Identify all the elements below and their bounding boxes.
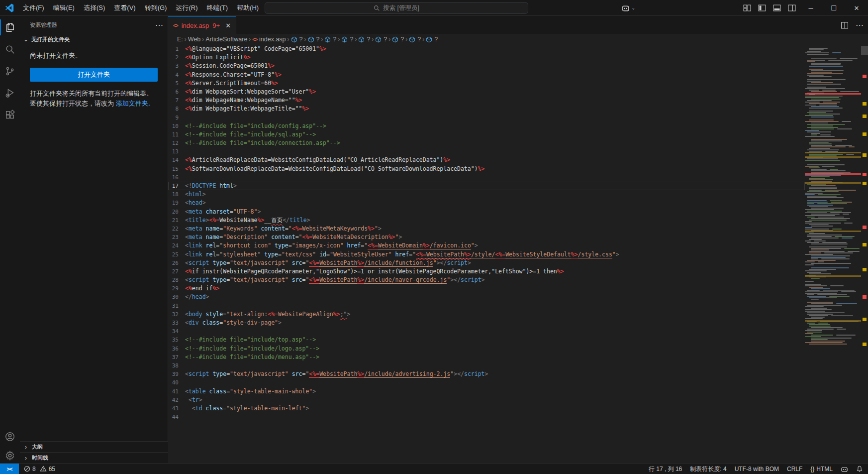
copilot-status-icon[interactable] (841, 466, 848, 473)
breadcrumb-item-2[interactable]: ArticleSoftware (205, 36, 247, 43)
breadcrumb-item-8[interactable]: ? (358, 36, 370, 43)
menu-item-1[interactable]: 编辑(E) (49, 2, 79, 13)
ruler-mark (863, 318, 867, 321)
minimap-line (823, 290, 855, 291)
notifications-bell-icon[interactable] (856, 466, 863, 473)
explorer-icon[interactable] (0, 16, 20, 38)
minimap-line (807, 196, 837, 197)
minimap-line (807, 149, 839, 150)
code-line-11: 11<!--#include file="include/sql.asp"--> (168, 130, 805, 139)
eol-sequence[interactable]: CRLF (787, 466, 802, 473)
code-line-31: 31 (168, 302, 805, 310)
language-mode[interactable]: {}HTML (810, 466, 833, 473)
split-editor-icon[interactable] (841, 21, 849, 29)
line-number: 44 (168, 413, 185, 421)
minimap-line (809, 220, 847, 221)
menu-item-7[interactable]: 帮助(H) (232, 2, 263, 13)
code-line-3: 3<%Session.CodePage=65001%> (168, 62, 805, 70)
error-icon (24, 466, 30, 472)
timeline-section[interactable]: › 时间线 (20, 452, 168, 463)
add-folder-link[interactable]: 添加文件夹。 (116, 100, 155, 107)
indentation[interactable]: 制表符长度: 4 (690, 465, 726, 474)
minimap-line (807, 51, 821, 52)
remote-indicator[interactable]: >< (0, 464, 19, 474)
maximize-button[interactable]: ☐ (822, 0, 845, 16)
cursor-position[interactable]: 行 17 , 列 16 (649, 465, 682, 474)
breadcrumb-item-0[interactable]: E: (177, 36, 183, 43)
customize-layout-icon[interactable] (740, 2, 755, 14)
minimize-button[interactable]: ─ (799, 0, 822, 16)
toggle-primary-sidebar-icon[interactable] (755, 2, 770, 14)
code-line-23: 23<meta name="Description" content="<%=W… (168, 233, 805, 241)
tab-index-asp[interactable]: <> index.asp 9+ ✕ (168, 16, 236, 34)
menu-item-5[interactable]: 运行(R) (171, 2, 202, 13)
breadcrumb-item-11[interactable]: ? (409, 36, 421, 43)
open-folder-button[interactable]: 打开文件夹 (30, 68, 158, 82)
tab-close-icon[interactable]: ✕ (225, 22, 231, 29)
line-number: 33 (168, 319, 185, 327)
minimap-line (805, 293, 837, 294)
ruler-mark (863, 132, 867, 136)
menu-item-0[interactable]: 文件(F) (18, 2, 49, 13)
minimap-line (818, 323, 828, 324)
section-no-folder[interactable]: ⌄ 无打开的文件夹 (20, 34, 168, 45)
menu-item-2[interactable]: 选择(S) (79, 2, 109, 13)
sidebar-more-actions-icon[interactable]: ⋯ (155, 20, 164, 30)
run-debug-icon[interactable] (0, 82, 20, 104)
minimap-line (811, 218, 850, 219)
minimap-line (805, 136, 835, 137)
minimap-line (837, 329, 846, 330)
minimap-line (807, 200, 827, 201)
close-button[interactable]: ✕ (845, 0, 868, 16)
minimap-line (807, 272, 821, 273)
code-line-44: 44 (168, 413, 805, 421)
minimap-line (811, 278, 820, 279)
breadcrumb-item-12[interactable]: ? (426, 36, 438, 43)
minimap-line (809, 143, 832, 144)
breadcrumb-item-10[interactable]: ? (392, 36, 404, 43)
encoding[interactable]: UTF-8 with BOM (735, 466, 779, 473)
minimap-line (807, 54, 829, 55)
editor-more-actions-icon[interactable]: ⋯ (856, 20, 864, 30)
minimap-line (809, 233, 825, 234)
breadcrumb-separator: › (288, 36, 289, 43)
minimap-line (805, 264, 814, 265)
breadcrumb-separator: › (304, 36, 306, 43)
breadcrumb-item-6[interactable]: ? (324, 36, 336, 43)
scrollbar-thumb[interactable] (861, 46, 868, 55)
code-area[interactable]: 1<%@language="VBScript" CodePage="65001"… (168, 45, 805, 463)
source-control-icon[interactable] (0, 60, 20, 82)
problems-status[interactable]: 8 65 (24, 466, 55, 473)
breadcrumb-item-9[interactable]: ? (375, 36, 387, 43)
minimap-line (805, 221, 812, 222)
minimap-line (805, 240, 811, 241)
search-view-icon[interactable] (0, 38, 20, 60)
minimap-line (809, 142, 829, 143)
minimap-line (809, 154, 843, 155)
line-number: 22 (168, 225, 185, 233)
toggle-secondary-sidebar-icon[interactable] (784, 2, 799, 14)
minimap-line (811, 58, 837, 59)
command-center-search[interactable]: 搜索 [管理员] (265, 2, 528, 14)
minimap-line (811, 263, 851, 264)
extensions-icon[interactable] (0, 104, 20, 126)
minimap[interactable] (805, 45, 861, 463)
breadcrumb-item-3[interactable]: <>index.asp (252, 36, 286, 43)
minimap-line (805, 270, 827, 271)
menu-item-3[interactable]: 查看(V) (109, 2, 140, 13)
breadcrumb-item-7[interactable]: ? (341, 36, 353, 43)
breadcrumb-item-5[interactable]: ? (308, 36, 320, 43)
minimap-line (832, 229, 842, 230)
menu-item-4[interactable]: 转到(G) (140, 2, 172, 13)
breadcrumb-item-4[interactable]: ? (291, 36, 303, 43)
code-line-8: 8<%dim WebpageTitle:WebpageTitle=""%> (168, 105, 805, 113)
minimap-line (823, 102, 841, 103)
menu-item-6[interactable]: 终端(T) (202, 2, 232, 13)
outline-section[interactable]: › 大纲 (20, 441, 168, 452)
minimap-line (822, 90, 836, 91)
breadcrumb-separator: › (405, 36, 407, 43)
breadcrumb-item-1[interactable]: Web (188, 36, 200, 43)
minimap-line (809, 148, 830, 149)
toggle-panel-icon[interactable] (770, 2, 784, 14)
copilot-button[interactable]: ⌄ (621, 4, 635, 12)
